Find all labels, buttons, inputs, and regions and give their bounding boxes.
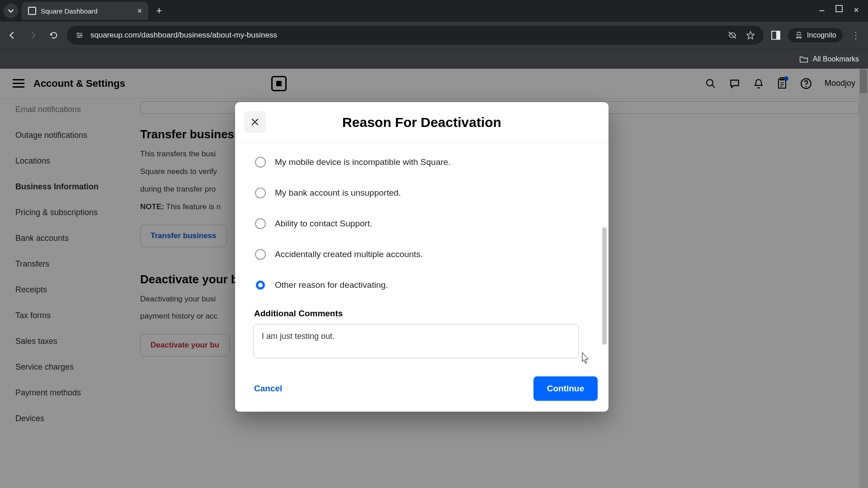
modal-title: Reason For Deactivation <box>246 115 598 130</box>
reason-label: Accidentally created multiple accounts. <box>275 249 423 259</box>
reason-label: Ability to contact Support. <box>275 219 372 229</box>
tab-search-button[interactable] <box>4 4 18 18</box>
chevron-down-icon <box>8 8 14 14</box>
additional-comments-textarea[interactable] <box>253 324 579 358</box>
svg-point-3 <box>78 37 80 38</box>
radio-icon <box>255 157 266 168</box>
reason-option-contact-support[interactable]: Ability to contact Support. <box>253 208 590 239</box>
svg-point-2 <box>80 34 82 36</box>
close-icon <box>251 118 259 126</box>
browser-tab[interactable]: Square Dashboard × <box>22 2 148 20</box>
close-tab-icon[interactable]: × <box>137 6 142 16</box>
tab-strip: Square Dashboard × + − × <box>0 0 868 22</box>
close-window-icon[interactable]: × <box>854 5 859 17</box>
forward-button <box>27 29 39 41</box>
reason-option-bank-unsupported[interactable]: My bank account is unsupported. <box>253 178 590 208</box>
side-panel-icon[interactable] <box>771 30 781 40</box>
all-bookmarks-link[interactable]: All Bookmarks <box>813 55 859 63</box>
url-text: squareup.com/dashboard/business/about-my… <box>90 31 277 40</box>
browser-menu-button[interactable]: ⋮ <box>850 29 862 41</box>
modal-scrollbar-thumb[interactable] <box>602 227 607 345</box>
additional-comments-label: Additional Comments <box>254 309 590 319</box>
bookmark-star-icon[interactable] <box>745 30 755 40</box>
url-field[interactable]: squareup.com/dashboard/business/about-my… <box>67 26 764 45</box>
modal-body: My mobile device is incompatible with Sq… <box>235 142 609 368</box>
radio-icon <box>255 188 266 198</box>
radio-icon <box>255 218 266 229</box>
incognito-label: Incognito <box>807 31 836 39</box>
maximize-icon[interactable] <box>835 5 843 17</box>
reason-option-multiple-accounts[interactable]: Accidentally created multiple accounts. <box>253 239 590 270</box>
tab-title: Square Dashboard <box>41 7 132 15</box>
new-tab-button[interactable]: + <box>152 4 166 18</box>
cancel-button[interactable]: Cancel <box>246 377 290 400</box>
bookmarks-bar: All Bookmarks <box>0 49 868 69</box>
reason-label: My mobile device is incompatible with Sq… <box>275 157 451 167</box>
modal-scrollbar-track[interactable] <box>602 146 607 372</box>
modal-close-button[interactable] <box>244 111 266 133</box>
continue-button[interactable]: Continue <box>533 376 598 401</box>
folder-icon <box>799 55 808 63</box>
back-button[interactable] <box>6 29 18 41</box>
square-favicon-icon <box>28 7 36 15</box>
minimize-icon[interactable]: − <box>819 5 825 17</box>
radio-icon <box>255 249 266 260</box>
reason-label: My bank account is unsupported. <box>275 188 401 198</box>
reason-option-other[interactable]: Other reason for deactivating. <box>253 270 590 300</box>
browser-chrome: Square Dashboard × + − × squareup.com/da… <box>0 0 868 69</box>
svg-rect-0 <box>836 5 842 12</box>
incognito-chip[interactable]: Incognito <box>788 28 843 42</box>
page-viewport: Account & Settings Moodjoy Email notific… <box>0 69 868 488</box>
svg-point-1 <box>77 33 79 34</box>
modal-footer: Cancel Continue <box>235 368 609 412</box>
site-settings-icon[interactable] <box>75 31 84 40</box>
reason-option-incompatible-device[interactable]: My mobile device is incompatible with Sq… <box>253 147 590 178</box>
svg-rect-5 <box>776 31 780 39</box>
reload-button[interactable] <box>48 29 60 41</box>
address-bar: squareup.com/dashboard/business/about-my… <box>0 22 868 49</box>
reason-label: Other reason for deactivating. <box>275 280 388 290</box>
incognito-status-icon[interactable] <box>727 30 737 40</box>
radio-checked-icon <box>255 280 266 291</box>
incognito-icon <box>794 31 803 40</box>
deactivation-reason-modal: Reason For Deactivation My mobile device… <box>235 102 609 412</box>
